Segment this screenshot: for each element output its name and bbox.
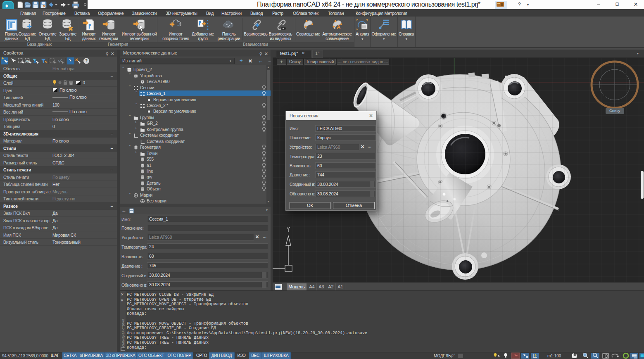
svg-text:По слою: По слою (59, 88, 76, 93)
svg-text:A: A (337, 24, 341, 30)
svg-text:?: ? (85, 59, 88, 63)
svg-text:Снизу: Снизу (609, 108, 620, 113)
svg-text:im: im (26, 59, 29, 62)
svg-text:По слою: По слою (69, 95, 86, 100)
svg-text:По слою: По слою (69, 109, 86, 114)
svg-text:0: 0 (83, 80, 85, 85)
